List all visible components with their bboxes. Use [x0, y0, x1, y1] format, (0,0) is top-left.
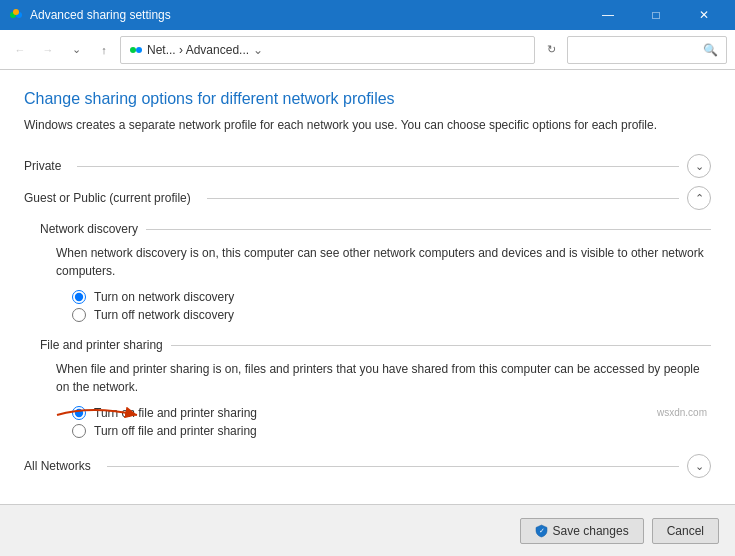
svg-point-2 — [13, 9, 19, 15]
nd-on-radio[interactable] — [72, 290, 86, 304]
network-discovery-label: Network discovery — [40, 222, 138, 236]
minimize-button[interactable]: — — [585, 0, 631, 30]
up-button[interactable]: ↑ — [92, 38, 116, 62]
window-controls: — □ ✕ — [585, 0, 727, 30]
main-content: Change sharing options for different net… — [0, 70, 735, 556]
guest-public-chevron[interactable]: ⌃ — [687, 186, 711, 210]
guest-public-label: Guest or Public (current profile) — [24, 191, 191, 205]
forward-button[interactable]: → — [36, 38, 60, 62]
private-section: Private ⌄ — [24, 154, 711, 178]
guest-public-line — [207, 198, 679, 199]
nd-off-option[interactable]: Turn off network discovery — [72, 308, 711, 322]
file-printer-header: File and printer sharing — [40, 338, 711, 352]
back-button[interactable]: ← — [8, 38, 32, 62]
network-discovery-header: Network discovery — [40, 222, 711, 236]
save-label: Save changes — [553, 524, 629, 538]
refresh-button[interactable]: ↻ — [539, 38, 563, 62]
private-section-header[interactable]: Private ⌄ — [24, 154, 711, 178]
window-title: Advanced sharing settings — [30, 8, 585, 22]
all-networks-label: All Networks — [24, 459, 91, 473]
svg-point-3 — [130, 47, 136, 53]
maximize-button[interactable]: □ — [633, 0, 679, 30]
svg-text:✓: ✓ — [539, 527, 545, 534]
page-subtitle: Windows creates a separate network profi… — [24, 116, 711, 134]
title-bar: Advanced sharing settings — □ ✕ — [0, 0, 735, 30]
private-chevron[interactable]: ⌄ — [687, 154, 711, 178]
fp-on-option[interactable]: Turn on file and printer sharing — [72, 406, 711, 420]
file-printer-desc: When file and printer sharing is on, fil… — [56, 360, 711, 396]
guest-public-section-header[interactable]: Guest or Public (current profile) ⌃ — [24, 186, 711, 210]
bottom-bar: ✓ Save changes Cancel — [0, 504, 735, 556]
network-icon — [129, 43, 143, 57]
address-path[interactable]: Net... › Advanced... ⌄ — [120, 36, 535, 64]
all-networks-section: All Networks ⌄ — [24, 454, 711, 478]
network-discovery-desc: When network discovery is on, this compu… — [56, 244, 711, 280]
address-bar: ← → ⌄ ↑ Net... › Advanced... ⌄ ↻ 🔍 — [0, 30, 735, 70]
fp-on-radio[interactable] — [72, 406, 86, 420]
save-changes-button[interactable]: ✓ Save changes — [520, 518, 644, 544]
file-printer-line — [171, 345, 711, 346]
all-networks-chevron[interactable]: ⌄ — [687, 454, 711, 478]
all-networks-line — [107, 466, 679, 467]
shield-icon: ✓ — [535, 524, 549, 538]
path-text: Net... › Advanced... — [147, 43, 249, 57]
page-title: Change sharing options for different net… — [24, 90, 711, 108]
path-chevron: ⌄ — [253, 43, 263, 57]
nd-off-radio[interactable] — [72, 308, 86, 322]
fp-off-option[interactable]: Turn off file and printer sharing — [72, 424, 711, 438]
private-label: Private — [24, 159, 61, 173]
fp-on-label: Turn on file and printer sharing — [94, 406, 257, 420]
shield-svg: ✓ — [535, 524, 548, 538]
private-line — [77, 166, 679, 167]
all-networks-section-header[interactable]: All Networks ⌄ — [24, 454, 711, 478]
app-icon — [8, 7, 24, 23]
close-button[interactable]: ✕ — [681, 0, 727, 30]
nd-on-option[interactable]: Turn on network discovery — [72, 290, 711, 304]
search-icon: 🔍 — [703, 43, 718, 57]
svg-point-4 — [136, 47, 142, 53]
nd-on-label: Turn on network discovery — [94, 290, 234, 304]
recent-button[interactable]: ⌄ — [64, 38, 88, 62]
fp-off-radio[interactable] — [72, 424, 86, 438]
guest-public-section: Guest or Public (current profile) ⌃ Netw… — [24, 186, 711, 438]
network-discovery-line — [146, 229, 711, 230]
search-input[interactable] — [576, 43, 699, 57]
cancel-button[interactable]: Cancel — [652, 518, 719, 544]
nd-off-label: Turn off network discovery — [94, 308, 234, 322]
search-box[interactable]: 🔍 — [567, 36, 727, 64]
file-printer-label: File and printer sharing — [40, 338, 163, 352]
watermark: wsxdn.com — [657, 407, 707, 418]
fp-off-label: Turn off file and printer sharing — [94, 424, 257, 438]
